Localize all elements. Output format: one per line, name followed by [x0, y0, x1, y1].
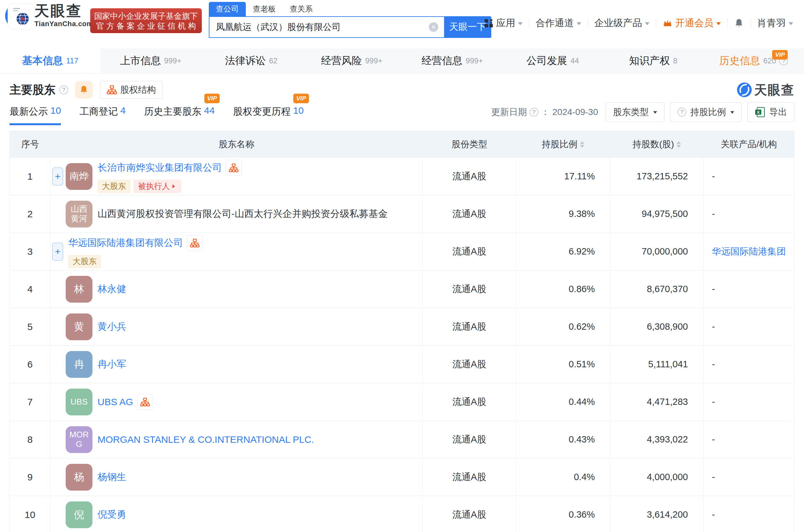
shareholder-name[interactable]: 林永健: [97, 283, 126, 296]
col-holding-ratio[interactable]: 持股比例: [516, 131, 610, 157]
subtab-historical-shareholders[interactable]: VIP 历史主要股东 44: [144, 105, 215, 125]
username: 肖青羽: [757, 17, 786, 30]
col-share-count[interactable]: 持股数(股): [610, 131, 704, 157]
table-row: 4 + 林 林永健 流通A股 0.86% 8,670,370 -: [10, 270, 794, 308]
monitor-bell-button[interactable]: [75, 81, 92, 98]
gov-certification-badge: 国家中小企业发展子基金旗下 官方备案企业征信机构: [90, 8, 202, 33]
tianyancha-watermark: 天眼查: [737, 81, 794, 99]
shareholder-cell: + 杨 杨钢生: [50, 458, 423, 496]
col-index: 序号: [10, 131, 50, 157]
export-button[interactable]: X 导出: [747, 102, 794, 122]
search-tab-company[interactable]: 查公司: [209, 2, 246, 16]
share-type: 流通A股: [423, 496, 516, 532]
help-icon[interactable]: ?: [59, 86, 68, 94]
notification-bell-button[interactable]: [728, 18, 750, 28]
shareholder-tag[interactable]: 大股东: [68, 255, 101, 268]
tab-intellectual-property[interactable]: 知识产权 8: [603, 49, 704, 73]
shareholder-cell: + 华远国际陆港集团有限公司 大股东: [50, 233, 423, 270]
shareholder-tag[interactable]: 大股东: [97, 180, 130, 193]
equity-structure-icon-button[interactable]: [187, 235, 203, 251]
share-count: 4,471,283: [610, 383, 704, 420]
row-number: 5: [10, 308, 50, 345]
table-row: 10 + 倪 倪受勇 流通A股 0.36% 3,614,200 -: [10, 496, 794, 532]
tag-line: 大股东被执行人: [97, 180, 242, 193]
brand-domain: TianYanCha.com: [34, 20, 93, 28]
shareholder-name[interactable]: 长治市南烨实业集团有限公司: [97, 161, 222, 174]
col-shareholder-name: 股东名称: [50, 131, 423, 157]
tab-operation-risk[interactable]: 经营风险 999+: [302, 49, 402, 73]
nav-vip-membership[interactable]: 开通会员: [656, 17, 727, 30]
share-type: 流通A股: [423, 458, 516, 496]
equity-structure-icon-button[interactable]: [226, 160, 242, 176]
related-products[interactable]: 华远国际陆港集团: [704, 233, 794, 270]
shareholder-tag[interactable]: 被执行人: [133, 180, 181, 193]
row-number: 3: [10, 233, 50, 270]
tab-listing-info[interactable]: 上市信息 999+: [100, 49, 201, 73]
share-count: 94,975,500: [610, 195, 704, 232]
help-icon[interactable]: ?: [530, 108, 538, 117]
apps-grid-icon: [484, 18, 493, 28]
tab-company-development[interactable]: 公司发展 44: [502, 49, 603, 73]
sort-icon[interactable]: [580, 141, 584, 148]
nav-apps[interactable]: 应用: [478, 17, 529, 30]
company-logo-icon: [9, 5, 33, 28]
holding-ratio: 0.62%: [516, 308, 610, 345]
svg-text:X: X: [757, 110, 760, 115]
expand-button[interactable]: +: [52, 168, 63, 185]
subtab-equity-change-history[interactable]: VIP 股权变更历程 10: [233, 105, 304, 125]
shareholder-name[interactable]: 山西黄河股权投资管理有限公司-山西太行兴企并购投资分级私募基金: [97, 207, 388, 221]
holding-ratio: 17.11%: [516, 158, 610, 195]
share-type: 流通A股: [423, 383, 516, 420]
row-number: 10: [10, 496, 50, 532]
org-chart-icon: [229, 163, 238, 173]
shareholder-type-filter[interactable]: 股东类型: [606, 102, 664, 122]
sort-icon[interactable]: [676, 141, 681, 148]
shareholder-name[interactable]: 倪受勇: [97, 508, 126, 521]
holding-ratio: 0.86%: [516, 270, 610, 308]
clear-search-icon[interactable]: ×: [429, 22, 438, 32]
tab-operation-info[interactable]: 经营信息 999+: [402, 49, 502, 73]
table-header: 序号 股东名称 股份类型 持股比例 持股数(股) 关联产品/机构: [10, 131, 794, 157]
shareholder-name[interactable]: UBS AG: [97, 397, 133, 407]
equity-structure-icon-button[interactable]: [137, 394, 153, 410]
shareholder-name[interactable]: MORGAN STANLEY & CO.INTERNATIONAL PLC.: [97, 434, 314, 445]
table-row: 7 + UBS UBS AG: [10, 383, 794, 420]
company-detail-tabs: 基本信息 117 上市信息 999+ 法律诉讼 62 经营风险 999+ 经营信…: [0, 49, 804, 74]
shareholder-name[interactable]: 黄小兵: [97, 320, 126, 333]
row-number: 8: [10, 421, 50, 458]
shareholder-cell: + 南烨 长治市南烨实业集团有限公司 大股东被执行人: [50, 158, 423, 195]
user-menu[interactable]: 肖青羽: [751, 17, 800, 30]
subtab-latest-disclosure[interactable]: 最新公示 10: [10, 105, 61, 125]
crown-icon: [662, 18, 673, 28]
search-tab-boss[interactable]: 查老板: [246, 2, 283, 16]
search-input[interactable]: [209, 16, 444, 38]
org-chart-icon: [190, 238, 200, 248]
chevron-down-icon: [645, 22, 650, 27]
tab-legal-litigation[interactable]: 法律诉讼 62: [201, 49, 302, 73]
tab-basic-info[interactable]: 基本信息 117: [0, 49, 100, 73]
avatar: 冉: [66, 351, 92, 378]
expand-button[interactable]: +: [52, 243, 63, 261]
share-count: 173,215,552: [610, 158, 704, 195]
org-chart-icon: [140, 397, 150, 407]
equity-structure-button[interactable]: 股权结构: [100, 81, 163, 99]
holding-ratio-filter[interactable]: ? 持股比例: [670, 102, 742, 122]
shareholder-name[interactable]: 冉小军: [97, 358, 126, 371]
shareholder-cell: + 山西黄河 山西黄河股权投资管理有限公司-山西太行兴企并购投资分级私募基金: [50, 195, 423, 232]
shareholder-name[interactable]: 华远国际陆港集团有限公司: [68, 236, 183, 249]
shareholder-name[interactable]: 杨钢生: [97, 471, 126, 483]
avatar: 杨: [66, 464, 92, 491]
avatar: 山西黄河: [66, 201, 92, 227]
nav-partner-channel[interactable]: 合作通道: [529, 17, 587, 30]
share-count: 5,111,041: [610, 346, 704, 383]
table-body: 1 + 南烨 长治市南烨实业集团有限公司: [10, 157, 794, 532]
tab-history-info[interactable]: VIP 历史信息 620 ?: [704, 49, 804, 73]
search-tab-relation[interactable]: 查关系: [283, 2, 320, 16]
subtab-business-registration[interactable]: 工商登记 4: [79, 105, 126, 125]
arrow-right-icon: [172, 185, 177, 188]
nav-enterprise-products[interactable]: 企业级产品: [588, 17, 656, 30]
logo-swirl-icon: [737, 82, 752, 97]
section-header: 主要股东 ? 股权结构 天眼查: [10, 81, 794, 99]
holding-ratio: 9.38%: [516, 195, 610, 232]
related-products: -: [704, 496, 794, 532]
